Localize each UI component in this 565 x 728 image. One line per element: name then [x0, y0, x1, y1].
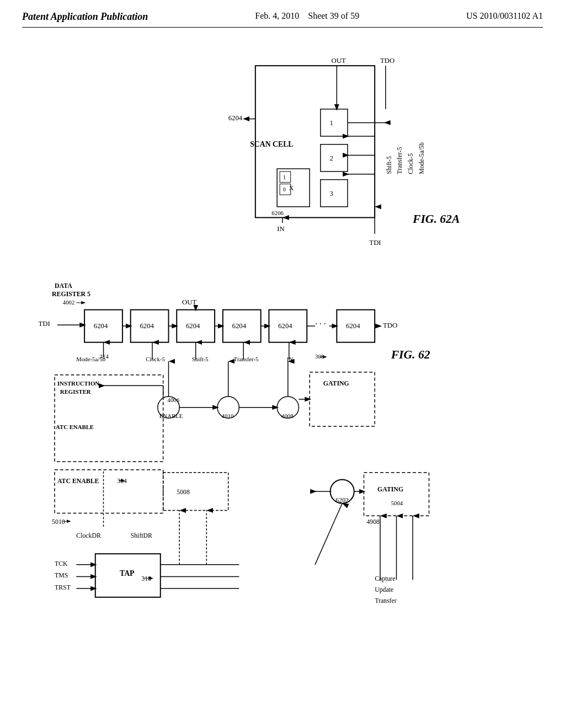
- svg-text:308: 308: [315, 353, 324, 360]
- svg-text:Shift-5: Shift-5: [192, 356, 209, 362]
- svg-text:TAP: TAP: [120, 569, 135, 577]
- svg-text:TCK: TCK: [55, 560, 68, 568]
- svg-text:FIG. 62A: FIG. 62A: [412, 212, 460, 226]
- svg-text:Clock-5: Clock-5: [407, 153, 414, 174]
- page: Patent Application Publication Feb. 4, 2…: [0, 0, 565, 728]
- svg-rect-11: [321, 180, 348, 207]
- svg-text:ShiftDR: ShiftDR: [131, 532, 152, 539]
- svg-text:6206: 6206: [271, 210, 284, 216]
- svg-text:REGISTER: REGISTER: [60, 388, 91, 395]
- date-text: Feb. 4, 2010: [255, 11, 299, 20]
- svg-line-130: [315, 504, 342, 565]
- svg-text:DATA: DATA: [55, 282, 72, 290]
- svg-text:Clock-5: Clock-5: [146, 356, 165, 362]
- svg-text:REGISTER 5: REGISTER 5: [52, 290, 90, 298]
- publication-date: Feb. 4, 2010 Sheet 39 of 59: [255, 11, 359, 21]
- svg-text:OUT: OUT: [332, 57, 346, 65]
- svg-text:FIG. 62: FIG. 62: [391, 348, 430, 361]
- svg-text:4908: 4908: [366, 518, 380, 526]
- page-header: Patent Application Publication Feb. 4, 2…: [22, 11, 543, 28]
- svg-text:X: X: [289, 184, 294, 192]
- svg-text:IN: IN: [277, 225, 284, 233]
- svg-rect-102: [163, 473, 228, 511]
- svg-text:SCAN CELL: SCAN CELL: [250, 140, 293, 148]
- svg-text:6204: 6204: [346, 322, 360, 330]
- svg-text:6204: 6204: [232, 322, 247, 330]
- svg-rect-106: [364, 473, 429, 516]
- svg-text:6202: 6202: [335, 496, 349, 504]
- svg-text:1: 1: [283, 174, 286, 180]
- svg-text:Capture: Capture: [375, 575, 395, 582]
- svg-text:OUT: OUT: [182, 298, 196, 306]
- svg-text:4002: 4002: [63, 299, 75, 306]
- svg-text:318: 318: [141, 575, 151, 582]
- svg-text:6204: 6204: [278, 322, 292, 330]
- svg-text:Transfer-5: Transfer-5: [234, 356, 259, 362]
- svg-text:4008: 4008: [281, 413, 294, 419]
- svg-text:5010: 5010: [52, 518, 65, 526]
- svg-text:314: 314: [100, 353, 109, 360]
- svg-text:4006: 4006: [168, 397, 180, 403]
- svg-text:5004: 5004: [391, 500, 403, 506]
- svg-text:6204: 6204: [228, 114, 243, 122]
- svg-text:ENABLE: ENABLE: [159, 413, 183, 419]
- svg-text:Transfer: Transfer: [375, 597, 397, 604]
- svg-rect-7: [321, 109, 348, 136]
- svg-text:TDI: TDI: [39, 320, 50, 328]
- svg-text:INSTRUCTION: INSTRUCTION: [57, 380, 99, 387]
- svg-text:Mode-5a/5b: Mode-5a/5b: [418, 142, 425, 174]
- svg-text:0: 0: [283, 186, 286, 192]
- patent-diagram: SCAN CELL 6204 6206 X 1 2 3 1 0 OUT: [22, 33, 543, 695]
- diagram-area: SCAN CELL 6204 6206 X 1 2 3 1 0 OUT: [22, 33, 543, 695]
- svg-text:3: 3: [330, 190, 333, 197]
- svg-text:· · ·: · · ·: [315, 319, 326, 329]
- svg-text:1: 1: [330, 119, 333, 127]
- svg-text:6204: 6204: [94, 322, 108, 330]
- svg-text:2: 2: [330, 154, 333, 162]
- svg-text:TRST: TRST: [55, 584, 71, 591]
- svg-text:TDI: TDI: [369, 239, 381, 247]
- svg-rect-98: [55, 470, 163, 513]
- svg-text:304: 304: [117, 477, 127, 485]
- svg-text:6204: 6204: [140, 322, 154, 330]
- svg-text:4010: 4010: [222, 413, 234, 419]
- svg-text:Update: Update: [375, 586, 393, 593]
- svg-text:GATING: GATING: [377, 485, 403, 493]
- publication-title: Patent Application Publication: [22, 11, 148, 23]
- svg-text:5008: 5008: [177, 488, 190, 496]
- svg-text:ClockDR: ClockDR: [76, 532, 101, 539]
- svg-text:GATING: GATING: [323, 379, 349, 387]
- svg-text:TDO: TDO: [383, 322, 397, 329]
- svg-rect-9: [321, 144, 348, 172]
- svg-text:ATC ENABLE: ATC ENABLE: [57, 477, 99, 485]
- patent-number: US 2010/0031102 A1: [466, 11, 543, 21]
- svg-text:ATC ENABLE: ATC ENABLE: [56, 424, 94, 430]
- svg-text:Transfer-5: Transfer-5: [396, 147, 403, 174]
- svg-text:Shift-5: Shift-5: [385, 156, 393, 174]
- sheet-text: Sheet 39 of 59: [308, 11, 359, 20]
- svg-text:TMS: TMS: [55, 571, 68, 579]
- svg-text:6204: 6204: [186, 322, 200, 330]
- svg-text:TDO: TDO: [380, 57, 395, 65]
